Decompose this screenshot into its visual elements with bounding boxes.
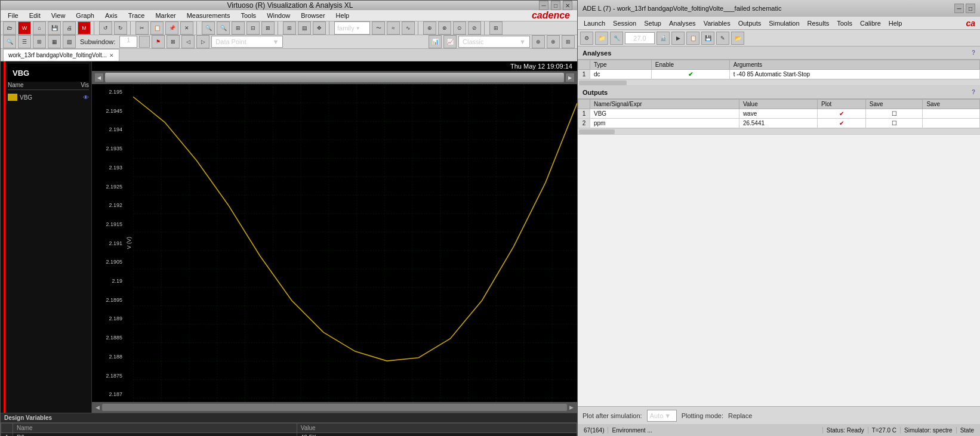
x-scroll-left-arrow[interactable]: ◀ — [93, 404, 102, 410]
menu-browser[interactable]: Browser — [296, 11, 329, 20]
ade-menu-help[interactable]: Help — [885, 18, 906, 28]
subwindow-input[interactable]: 1 — [119, 36, 137, 48]
tb-btn-2[interactable]: W — [18, 21, 31, 35]
out-save2-1[interactable] — [923, 109, 980, 119]
analyses-help-icon[interactable]: ? — [972, 50, 975, 56]
tb-paste[interactable]: 📌 — [165, 21, 178, 35]
subwindow-arrow[interactable]: ▼ — [139, 36, 150, 48]
tab-close-icon[interactable]: ✕ — [109, 52, 114, 58]
tb-zoom-in[interactable]: 🔍 — [202, 21, 215, 35]
tb-copy[interactable]: 📋 — [150, 21, 164, 35]
tb2-btn8[interactable]: ▷ — [196, 35, 209, 48]
menu-window[interactable]: Window — [262, 11, 295, 20]
tb2-export[interactable]: ⊞ — [562, 35, 575, 48]
ade-menu-session[interactable]: Session — [609, 18, 640, 28]
tb-btn-5[interactable]: 🖨 — [63, 21, 76, 35]
tb2-btn7[interactable]: ◁ — [181, 35, 195, 48]
classic-dropdown[interactable]: Classic ▼ — [458, 36, 530, 48]
tb2-chart2[interactable]: 📈 — [443, 35, 457, 48]
ade-menu-outputs[interactable]: Outputs — [735, 18, 765, 28]
ade-tb-5[interactable]: ▶ — [671, 32, 685, 45]
tb-cut[interactable]: ✂ — [135, 21, 149, 35]
tb-table[interactable]: ⊞ — [489, 21, 503, 35]
ade-menu-calibre[interactable]: Calibre — [856, 18, 885, 28]
tb-grid[interactable]: ⊞ — [283, 21, 296, 35]
ade-maximize[interactable]: □ — [966, 4, 975, 13]
ade-tb-9[interactable]: 📂 — [731, 32, 744, 45]
out-save-1[interactable]: ☐ — [865, 109, 923, 119]
maximize-button[interactable]: □ — [551, 1, 560, 10]
out-plot-2[interactable]: ✔ — [818, 119, 866, 128]
menu-tools[interactable]: Tools — [236, 11, 261, 20]
out-plot-1[interactable]: ✔ — [818, 109, 866, 119]
ade-temp-input[interactable]: 27.0 — [625, 32, 655, 44]
tb-undo[interactable]: ↺ — [99, 21, 112, 35]
tb-pan[interactable]: ✥ — [313, 21, 326, 35]
tb-btn-4[interactable]: 💾 — [48, 21, 61, 35]
close-button[interactable]: ✕ — [563, 1, 572, 10]
menu-view[interactable]: View — [47, 11, 70, 20]
outputs-scrollbar[interactable] — [578, 128, 980, 134]
menu-help[interactable]: Help — [331, 11, 355, 20]
ade-tb-7[interactable]: 💾 — [701, 32, 714, 45]
tb2-btn5[interactable]: ▧ — [63, 35, 76, 48]
menu-edit[interactable]: Edit — [24, 11, 45, 20]
tb2-chart[interactable]: 📊 — [429, 35, 442, 48]
tb2-paste[interactable]: ⊗ — [547, 35, 560, 48]
menu-graph[interactable]: Graph — [71, 11, 99, 20]
scroll-thumb[interactable] — [105, 73, 564, 82]
tb-delete[interactable]: ✕ — [180, 21, 193, 35]
tb-btn-1[interactable]: 🗁 — [3, 21, 16, 35]
x-scroll-thumb[interactable] — [102, 404, 567, 411]
scroll-left-btn[interactable]: ◀ — [94, 73, 104, 82]
outputs-scroll-thumb[interactable] — [579, 129, 615, 134]
tb-btn-3[interactable]: ⌂ — [33, 21, 46, 35]
ade-menu-launch[interactable]: Launch — [580, 18, 609, 28]
ade-menu-tools[interactable]: Tools — [833, 18, 856, 28]
menu-file[interactable]: File — [3, 11, 23, 20]
tb-extra4[interactable]: ⊘ — [468, 21, 481, 35]
tb2-btn4[interactable]: ▦ — [48, 35, 61, 48]
analyses-scroll-thumb[interactable] — [579, 81, 627, 85]
tb2-flag[interactable]: ⚑ — [152, 35, 165, 48]
ade-tb-6[interactable]: 📋 — [686, 32, 699, 45]
tb2-btn3[interactable]: ⊞ — [33, 35, 46, 48]
menu-axis[interactable]: Axis — [100, 11, 122, 20]
ade-tb-8[interactable]: ✎ — [716, 32, 729, 45]
x-scrollbar-bar[interactable]: ◀ ▶ — [92, 402, 577, 413]
analyses-enable-1[interactable]: ✔ — [651, 70, 729, 79]
tab-main[interactable]: work_13rf bandgapVolte_foltingVolt... ✕ — [3, 49, 119, 61]
tb-zoom-6[interactable]: ⊠ — [261, 21, 275, 35]
ade-minimize[interactable]: ─ — [954, 4, 964, 13]
ade-menu-results[interactable]: Results — [804, 18, 833, 28]
scroll-right-btn[interactable]: ▶ — [565, 73, 575, 82]
ade-tb-4[interactable]: 🔬 — [657, 32, 670, 45]
ade-menu-simulation[interactable]: Simulation — [765, 18, 803, 28]
tb-redo[interactable]: ↻ — [114, 21, 127, 35]
menu-measurements[interactable]: Measurements — [182, 11, 235, 20]
graph-canvas[interactable] — [133, 84, 577, 402]
ade-menu-analyses[interactable]: Analyses — [665, 18, 699, 28]
out-save2-2[interactable] — [923, 119, 980, 128]
tb2-btn2[interactable]: ☰ — [18, 35, 31, 48]
tb-zoom-out[interactable]: 🔍 — [217, 21, 230, 35]
analyses-scrollbar[interactable] — [578, 79, 980, 85]
tb-extra1[interactable]: ⊕ — [423, 21, 436, 35]
outputs-help-icon[interactable]: ? — [972, 89, 975, 95]
menu-trace[interactable]: Trace — [124, 11, 150, 20]
ade-menu-setup[interactable]: Setup — [640, 18, 665, 28]
menu-marker[interactable]: Marker — [150, 11, 180, 20]
tb-wave3[interactable]: ∿ — [402, 21, 415, 35]
ade-tb-2[interactable]: 📁 — [595, 32, 608, 45]
ade-tb-3[interactable]: 🔧 — [610, 32, 623, 45]
tb-extra2[interactable]: ⊗ — [438, 21, 451, 35]
out-save-2[interactable]: ☐ — [865, 119, 923, 128]
legend-eye-icon[interactable]: 👁 — [83, 94, 89, 101]
tb-btn-6[interactable]: M — [78, 21, 91, 35]
tb-wave2[interactable]: ≈ — [387, 21, 400, 35]
data-point-dropdown[interactable]: Data Point ▼ — [211, 36, 283, 48]
x-scroll-right-arrow[interactable]: ▶ — [567, 404, 576, 410]
family-dropdown[interactable]: family ▼ — [334, 21, 370, 35]
top-scrollbar[interactable]: ◀ ▶ — [92, 71, 577, 84]
ade-tb-1[interactable]: ⚙ — [580, 32, 593, 45]
